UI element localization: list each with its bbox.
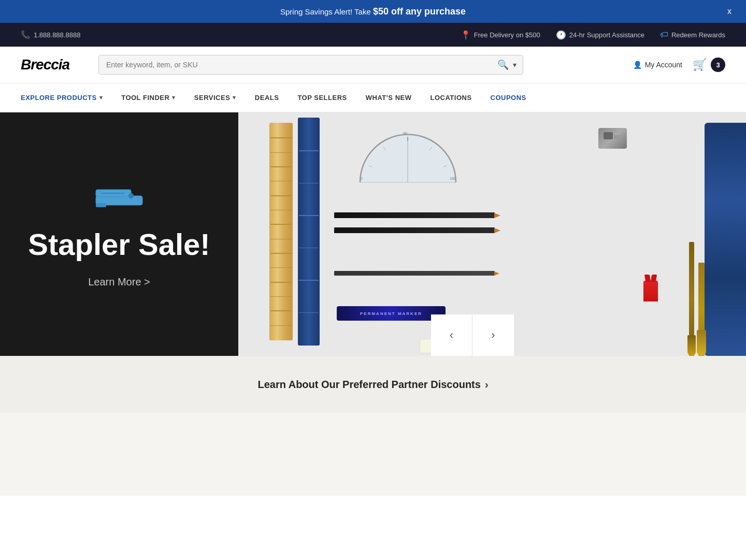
explore-chevron-icon: ▾	[99, 94, 103, 101]
carousel-nav: ‹ ›	[431, 314, 514, 356]
svg-text:90: 90	[403, 132, 407, 135]
paintbrush-1	[698, 263, 705, 356]
account-icon: 👤	[633, 61, 642, 69]
binder-clip	[643, 281, 658, 301]
rewards-link[interactable]: 🏷 Redeem Rewards	[660, 30, 725, 39]
partner-banner-arrow-icon: ›	[485, 379, 489, 391]
rewards-label: Redeem Rewards	[671, 31, 725, 39]
partner-discounts-banner[interactable]: Learn About Our Preferred Partner Discou…	[0, 356, 746, 413]
cart-icon: 🛒	[693, 58, 707, 71]
cart-button[interactable]: 🛒 3	[693, 58, 725, 72]
my-account-button[interactable]: 👤 My Account	[633, 61, 682, 69]
nav-item-top-sellers[interactable]: Top Sellers	[288, 83, 356, 112]
main-nav: EXPLORE PRODUCTS ▾ Tool Finder ▾ Service…	[0, 83, 746, 112]
hero-title: Stapler Sale!	[28, 229, 210, 261]
support-label: 24-hr Support Assistance	[569, 31, 644, 39]
bottom-section	[0, 413, 746, 496]
banner-prefix: Spring Savings Alert! Take	[280, 7, 373, 16]
rewards-icon: 🏷	[660, 30, 668, 39]
services-chevron-icon: ▾	[233, 94, 236, 101]
nav-item-services[interactable]: Services ▾	[185, 83, 246, 112]
nav-item-whats-new[interactable]: What's New	[356, 83, 421, 112]
paintbrush-2	[689, 242, 694, 356]
svg-point-2	[128, 193, 134, 198]
header-actions: 👤 My Account 🛒 3	[633, 58, 725, 72]
hero-right-panel: 90 0 180	[238, 112, 746, 356]
delivery-link[interactable]: 📍 Free Delivery on $500	[461, 30, 540, 40]
hero-left-panel: Stapler Sale! Learn More >	[0, 112, 238, 356]
support-link[interactable]: 🕐 24-hr Support Assistance	[556, 30, 644, 40]
header: Breccia 🔍 ▾ 👤 My Account 🛒 3	[0, 47, 746, 83]
pencils-group	[334, 212, 500, 276]
utility-bar: 📞 1.888.888.8888 📍 Free Delivery on $500…	[0, 23, 746, 47]
partner-banner-text: Learn About Our Preferred Partner Discou…	[257, 379, 480, 391]
banner-text: Spring Savings Alert! Take $50 off any p…	[21, 6, 725, 17]
hero-cta-link[interactable]: Learn More >	[88, 276, 150, 288]
svg-text:0: 0	[361, 177, 363, 180]
nav-item-coupons[interactable]: Coupons	[481, 83, 536, 112]
account-label: My Account	[645, 61, 682, 69]
blue-ruler	[298, 118, 320, 346]
banner-close-button[interactable]: x	[723, 5, 736, 18]
delivery-label: Free Delivery on $500	[474, 31, 540, 39]
marker: PERMANENT MARKER	[337, 306, 446, 321]
banner-highlight: $50 off any purchase	[373, 6, 466, 17]
top-banner: Spring Savings Alert! Take $50 off any p…	[0, 0, 746, 23]
support-icon: 🕐	[556, 30, 566, 40]
phone-link[interactable]: 📞 1.888.888.8888	[21, 30, 461, 39]
nav-item-deals[interactable]: Deals	[246, 83, 289, 112]
pencil-sharpener	[598, 128, 627, 149]
svg-text:180: 180	[450, 177, 456, 180]
stapler-icon	[93, 180, 145, 213]
nav-item-explore[interactable]: EXPLORE PRODUCTS ▾	[21, 83, 112, 112]
wooden-ruler	[269, 123, 293, 340]
phone-icon: 📞	[21, 30, 31, 39]
hero-section: Stapler Sale! Learn More >	[0, 112, 746, 356]
phone-number: 1.888.888.8888	[34, 31, 80, 39]
search-input[interactable]	[99, 55, 491, 74]
tool-finder-chevron-icon: ▾	[172, 94, 176, 101]
blue-case	[705, 123, 746, 356]
carousel-next-icon: ›	[491, 328, 495, 342]
protractor: 90 0 180	[357, 125, 458, 187]
search-icons: 🔍 ▾	[491, 59, 523, 70]
cart-count-badge: 3	[711, 58, 725, 72]
svg-rect-3	[96, 203, 106, 207]
carousel-next-button[interactable]: ›	[472, 314, 514, 356]
search-chevron-icon[interactable]: ▾	[513, 61, 517, 69]
nav-item-tool-finder[interactable]: Tool Finder ▾	[112, 83, 185, 112]
logo[interactable]: Breccia	[21, 56, 88, 73]
search-icon[interactable]: 🔍	[497, 59, 509, 70]
carousel-prev-button[interactable]: ‹	[431, 314, 472, 356]
utility-right-links: 📍 Free Delivery on $500 🕐 24-hr Support …	[461, 30, 725, 40]
nav-item-locations[interactable]: Locations	[421, 83, 481, 112]
carousel-prev-icon: ‹	[450, 328, 453, 342]
search-bar: 🔍 ▾	[98, 55, 523, 75]
delivery-icon: 📍	[461, 30, 471, 40]
